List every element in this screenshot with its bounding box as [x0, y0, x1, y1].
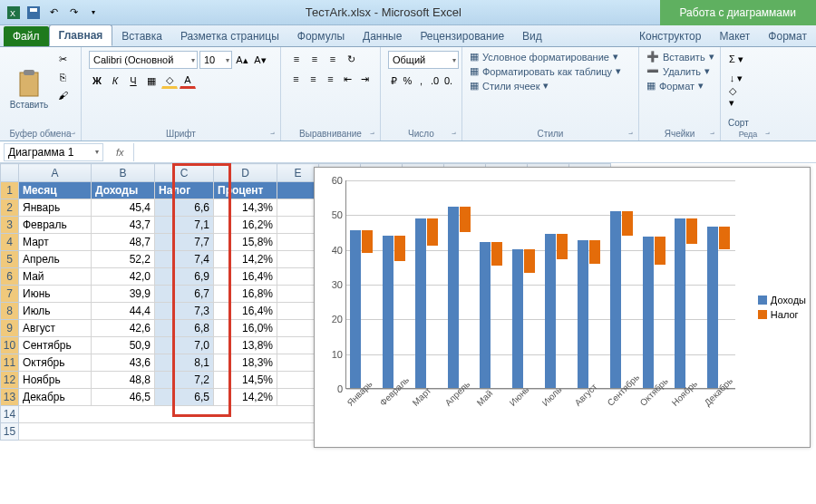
- indent-increase-icon[interactable]: ⇥: [357, 71, 373, 87]
- font-size-combo[interactable]: 10: [199, 51, 232, 69]
- cell-A6[interactable]: Май: [19, 268, 92, 286]
- align-center-icon[interactable]: ≡: [306, 71, 321, 87]
- chart-bar-group[interactable]: [383, 236, 405, 388]
- chart-bar-group[interactable]: [480, 242, 502, 388]
- font-name-combo[interactable]: Calibri (Основной: [89, 51, 198, 69]
- embedded-chart[interactable]: 0102030405060 Январь Февраль Март Апрель…: [314, 167, 811, 448]
- cell-A12[interactable]: Ноябрь: [19, 372, 92, 389]
- col-header-C[interactable]: C: [155, 164, 214, 182]
- chart-bar-group[interactable]: [643, 237, 665, 388]
- cell-D7[interactable]: 16,8%: [214, 286, 277, 303]
- cell-B4[interactable]: 48,7: [92, 234, 155, 251]
- cell-C13[interactable]: 6,5: [155, 389, 214, 406]
- chart-bar-tax[interactable]: [394, 236, 405, 260]
- cell-D1[interactable]: Процент: [214, 182, 277, 199]
- conditional-formatting-button[interactable]: ▦Условное форматирование ▾: [470, 51, 631, 63]
- align-top-icon[interactable]: ≡: [288, 51, 305, 67]
- chart-bar-income[interactable]: [545, 234, 556, 388]
- sort-filter-button[interactable]: Сорт: [728, 118, 768, 128]
- cell-D8[interactable]: 16,4%: [214, 303, 277, 320]
- tab-chart-design[interactable]: Конструктор: [630, 26, 710, 46]
- cell-C11[interactable]: 8,1: [155, 354, 214, 372]
- row-header-11[interactable]: 11: [1, 354, 19, 372]
- cell-B3[interactable]: 43,7: [92, 217, 155, 234]
- cell-C2[interactable]: 6,6: [155, 199, 214, 217]
- cell-B2[interactable]: 45,4: [92, 199, 155, 217]
- cell-D3[interactable]: 16,2%: [214, 217, 277, 234]
- cell-C4[interactable]: 7,7: [155, 234, 214, 251]
- shrink-font-icon[interactable]: A▾: [252, 52, 268, 68]
- name-box[interactable]: Диаграмма 1: [4, 143, 103, 161]
- copy-icon[interactable]: ⎘: [54, 69, 71, 85]
- cell-D13[interactable]: 14,2%: [214, 389, 277, 406]
- cell-D6[interactable]: 16,4%: [214, 268, 277, 286]
- chart-bar-income[interactable]: [643, 237, 654, 388]
- row-header-10[interactable]: 10: [1, 337, 19, 354]
- col-header-B[interactable]: B: [92, 164, 155, 182]
- align-middle-icon[interactable]: ≡: [306, 51, 323, 67]
- increase-decimal-icon[interactable]: .0: [429, 73, 441, 89]
- col-header-A[interactable]: A: [19, 164, 92, 182]
- cell-C3[interactable]: 7,1: [155, 217, 214, 234]
- cell-C9[interactable]: 6,8: [155, 320, 214, 337]
- chart-bar-tax[interactable]: [719, 227, 730, 249]
- delete-cells-button[interactable]: ➖Удалить ▾: [646, 65, 713, 77]
- cell-B1[interactable]: Доходы: [92, 182, 155, 199]
- cell-A5[interactable]: Апрель: [19, 251, 92, 268]
- cell-C8[interactable]: 7,3: [155, 303, 214, 320]
- cell-A3[interactable]: Февраль: [19, 217, 92, 234]
- paste-button[interactable]: Вставить: [7, 51, 51, 127]
- chart-bar-tax[interactable]: [557, 234, 568, 259]
- format-as-table-button[interactable]: ▦Форматировать как таблицу ▾: [470, 65, 631, 77]
- select-all-corner[interactable]: [1, 164, 19, 182]
- row-header-4[interactable]: 4: [1, 234, 19, 251]
- tab-page-layout[interactable]: Разметка страницы: [171, 26, 288, 46]
- chart-bar-group[interactable]: [675, 218, 697, 388]
- chart-bar-tax[interactable]: [589, 240, 600, 264]
- cell-D10[interactable]: 13,8%: [214, 337, 277, 354]
- cell-D5[interactable]: 14,2%: [214, 251, 277, 268]
- chart-bar-tax[interactable]: [362, 230, 373, 253]
- chart-legend[interactable]: Доходы Налог: [758, 291, 806, 324]
- fill-color-button[interactable]: ◇: [161, 73, 178, 89]
- row-header-13[interactable]: 13: [1, 389, 19, 406]
- chart-bar-tax[interactable]: [686, 218, 697, 244]
- chart-bar-group[interactable]: [707, 227, 730, 388]
- insert-cells-button[interactable]: ➕Вставить ▾: [646, 51, 713, 63]
- qat-dropdown-icon[interactable]: ▾: [85, 5, 102, 21]
- percent-icon[interactable]: %: [402, 73, 413, 89]
- redo-icon[interactable]: ↷: [65, 5, 82, 21]
- cell-B9[interactable]: 42,6: [92, 320, 155, 337]
- cell-B10[interactable]: 50,9: [92, 337, 155, 354]
- row-header-14[interactable]: 14: [1, 406, 19, 423]
- row-header-9[interactable]: 9: [1, 320, 19, 337]
- cell-C12[interactable]: 7,2: [155, 372, 214, 389]
- cell-A11[interactable]: Октябрь: [19, 354, 92, 372]
- clear-icon[interactable]: ◇ ▾: [728, 89, 744, 105]
- underline-button[interactable]: Ч: [125, 73, 141, 89]
- row-header-8[interactable]: 8: [1, 303, 19, 320]
- cell-A2[interactable]: Январь: [19, 199, 92, 217]
- cell-A9[interactable]: Август: [19, 320, 92, 337]
- chart-bar-group[interactable]: [415, 218, 438, 388]
- orientation-icon[interactable]: ↻: [343, 51, 359, 67]
- tab-insert[interactable]: Вставка: [112, 26, 171, 46]
- cell-B12[interactable]: 48,8: [92, 372, 155, 389]
- tab-formulas[interactable]: Формулы: [288, 26, 354, 46]
- chart-bar-income[interactable]: [480, 242, 491, 388]
- cell-A1[interactable]: Месяц: [19, 182, 92, 199]
- row-header-15[interactable]: 15: [1, 423, 19, 441]
- cell-C6[interactable]: 6,9: [155, 268, 214, 286]
- tab-view[interactable]: Вид: [513, 26, 551, 46]
- chart-bar-tax[interactable]: [655, 237, 665, 265]
- chart-bar-income[interactable]: [512, 249, 523, 388]
- comma-icon[interactable]: ,: [415, 73, 427, 89]
- cut-icon[interactable]: ✂: [54, 51, 71, 67]
- cell-B11[interactable]: 43,6: [92, 354, 155, 372]
- chart-bar-tax[interactable]: [491, 242, 502, 266]
- fx-icon[interactable]: fx: [107, 143, 134, 161]
- cell-D2[interactable]: 14,3%: [214, 199, 277, 217]
- chart-bar-income[interactable]: [415, 218, 426, 388]
- align-right-icon[interactable]: ≡: [323, 71, 338, 87]
- chart-bar-tax[interactable]: [427, 218, 438, 246]
